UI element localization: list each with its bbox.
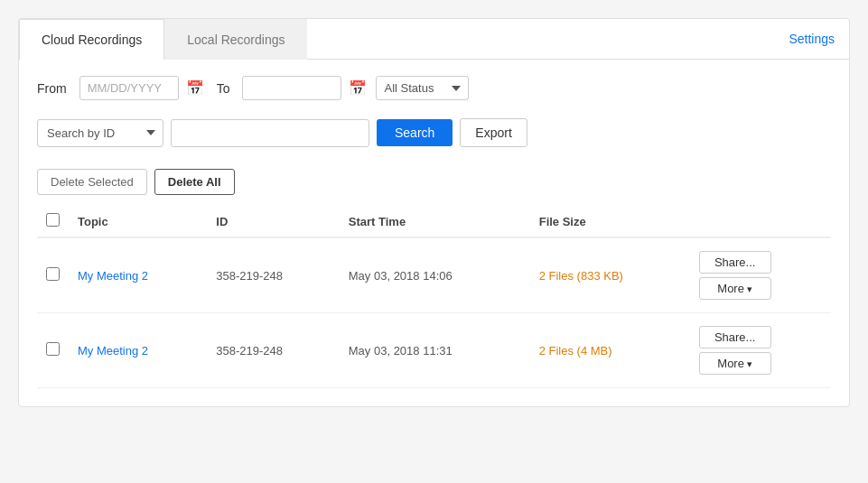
row-id-0: 358-219-248 <box>207 237 340 313</box>
col-header-actions <box>690 206 831 237</box>
main-container: Cloud Recordings Local Recordings Settin… <box>18 18 850 407</box>
more-button-1[interactable]: More <box>699 352 771 375</box>
share-button-0[interactable]: Share... <box>699 251 771 274</box>
recordings-table-wrapper: Topic ID Start Time File Size My Meeting… <box>19 206 849 406</box>
file-size-link-1[interactable]: 2 Files (4 MB) <box>539 344 612 358</box>
file-size-link-0[interactable]: 2 Files (833 KB) <box>539 269 623 283</box>
col-header-topic: Topic <box>69 206 207 237</box>
row-checkbox-0[interactable] <box>46 267 60 281</box>
from-date-input[interactable] <box>79 76 179 100</box>
row-id-1: 358-219-248 <box>207 313 340 388</box>
col-header-file-size: File Size <box>530 206 690 237</box>
tab-local-recordings[interactable]: Local Recordings <box>164 19 307 60</box>
more-button-0[interactable]: More <box>699 277 771 300</box>
row-actions-0: Share... More <box>699 251 822 300</box>
row-start-time-0: May 03, 2018 14:06 <box>340 237 530 313</box>
table-row: My Meeting 2 358-219-248 May 03, 2018 14… <box>37 237 831 313</box>
from-label: From <box>37 81 67 96</box>
topic-link-0[interactable]: My Meeting 2 <box>78 269 148 283</box>
select-all-checkbox[interactable] <box>46 213 60 227</box>
from-calendar-icon[interactable]: 📅 <box>186 79 204 97</box>
recordings-table: Topic ID Start Time File Size My Meeting… <box>37 206 831 388</box>
col-header-id: ID <box>207 206 340 237</box>
delete-selected-button[interactable]: Delete Selected <box>37 169 147 195</box>
search-button[interactable]: Search <box>377 119 453 146</box>
tab-bar: Cloud Recordings Local Recordings Settin… <box>19 19 849 60</box>
search-text-input[interactable] <box>171 119 369 147</box>
share-button-1[interactable]: Share... <box>699 326 771 348</box>
status-select[interactable]: All StatusCompletedProcessingFailed <box>376 76 469 100</box>
col-header-start-time: Start Time <box>340 206 530 237</box>
row-checkbox-1[interactable] <box>46 342 60 356</box>
export-button[interactable]: Export <box>460 118 527 147</box>
to-calendar-icon[interactable]: 📅 <box>349 79 367 97</box>
action-row: Delete Selected Delete All <box>19 162 849 206</box>
row-actions-1: Share... More <box>699 326 822 375</box>
row-start-time-1: May 03, 2018 11:31 <box>340 313 530 388</box>
search-by-select[interactable]: Search by IDSearch by Topic <box>37 119 163 147</box>
delete-all-button[interactable]: Delete All <box>154 169 235 195</box>
topic-link-1[interactable]: My Meeting 2 <box>78 344 148 358</box>
search-row: Search by IDSearch by Topic Search Expor… <box>19 111 849 162</box>
to-date-input[interactable]: 05/10/2018 <box>242 76 341 100</box>
to-label: To <box>217 81 230 96</box>
tab-cloud-recordings[interactable]: Cloud Recordings <box>19 19 164 60</box>
filters-row: From 📅 To 05/10/2018 📅 All StatusComplet… <box>19 60 849 111</box>
table-row: My Meeting 2 358-219-248 May 03, 2018 11… <box>37 313 831 388</box>
settings-link[interactable]: Settings <box>789 32 835 46</box>
